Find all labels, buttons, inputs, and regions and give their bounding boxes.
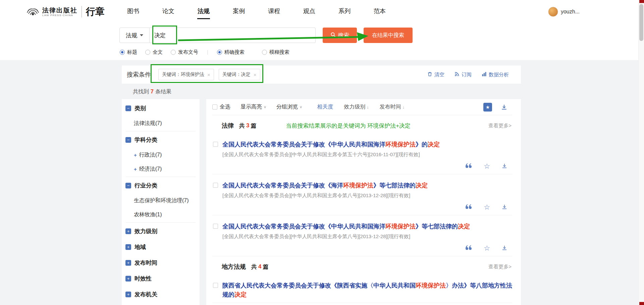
search-in-results-button[interactable]: 在结果中搜索 <box>364 28 413 43</box>
nav-item-series[interactable]: 系列 <box>338 4 351 19</box>
page-scrollbar[interactable] <box>638 0 644 305</box>
result-checkbox[interactable] <box>213 224 218 229</box>
press-name-block: 法律出版社 LAW PRESS·CHINA <box>42 7 77 17</box>
download-icon[interactable] <box>501 204 507 210</box>
nav-item-templates[interactable]: 范本 <box>373 4 386 19</box>
filter-group-issuing-authority[interactable]: 发布机关 <box>122 287 200 302</box>
group-browse-dropdown[interactable]: 分组浏览 <box>276 103 302 111</box>
filter-group-region[interactable]: 地域 <box>122 239 200 255</box>
filter-item-laws[interactable]: 法律法规(7) <box>122 116 200 130</box>
nav-item-regulations[interactable]: 法规 <box>197 4 210 19</box>
result-title-link[interactable]: 全国人民代表大会常务委员会关于修改《中华人民共和国海洋环境保护法》等七部法律的决… <box>222 222 512 231</box>
select-all-checkbox[interactable] <box>212 104 217 110</box>
filter-sidebar: 类别 法律法规(7) 学科分类 行政法(7) 经济法(7) <box>122 99 200 305</box>
radio-title-label[interactable]: 标题 <box>127 49 137 55</box>
search-scope-select[interactable]: 法规 <box>119 28 150 43</box>
view-more-link[interactable]: 查看更多> <box>488 123 512 129</box>
radio-exact-label[interactable]: 精确搜索 <box>224 49 245 55</box>
filter-group-effect-level[interactable]: 效力级别 <box>122 223 200 239</box>
filter-group-publish-date[interactable]: 发布时间 <box>122 255 200 271</box>
sidebar-divider <box>126 222 196 223</box>
expand-icon[interactable] <box>125 244 131 250</box>
expand-icon[interactable] <box>134 152 137 158</box>
search-input[interactable] <box>150 28 316 43</box>
nav-item-cases[interactable]: 案例 <box>232 4 245 19</box>
nav-item-papers[interactable]: 论文 <box>162 4 175 19</box>
brand-logo[interactable]: 法律出版社 LAW PRESS·CHINA 行章 <box>26 5 105 18</box>
scrollbar-thumb[interactable] <box>639 4 643 41</box>
result-title-link[interactable]: 全国人民代表大会常务委员会关于修改《海洋环境保护法》等七部法律的决定 <box>222 181 512 190</box>
view-more-link[interactable]: 查看更多> <box>488 264 512 270</box>
collect-button[interactable] <box>483 103 492 112</box>
user-menu[interactable]: youzh... <box>548 7 580 17</box>
radio-exact[interactable] <box>217 50 222 55</box>
avatar[interactable] <box>548 7 558 17</box>
sort-relevance[interactable]: 相关度 <box>317 103 333 111</box>
sidebar-divider <box>126 131 196 131</box>
quote-icon[interactable] <box>465 163 472 169</box>
results-panel: 全选 显示高亮 分组浏览 相关度 效力级别 <box>206 99 521 305</box>
radio-fulltext-label[interactable]: 全文 <box>153 49 163 55</box>
data-analysis-button[interactable]: 数据分析 <box>482 72 509 78</box>
filter-group-subject[interactable]: 学科分类 <box>122 132 200 148</box>
select-all-label[interactable]: 全选 <box>220 103 230 111</box>
nav-item-books[interactable]: 图书 <box>127 4 140 19</box>
radio-docnumber-label[interactable]: 发布文号 <box>178 49 198 55</box>
result-meta: [全国人民代表大会常务委员会][中华人民共和国主席令第八号][2013-12-2… <box>222 233 512 240</box>
sort-publish-date[interactable]: 发布时间 <box>380 103 405 111</box>
subscribe-button[interactable]: 订阅 <box>454 72 472 78</box>
radio-fuzzy[interactable] <box>262 50 267 55</box>
product-name: 行章 <box>86 5 105 18</box>
filter-item-ecology[interactable]: 生态保护和环境治理(7) <box>122 193 200 208</box>
rss-icon <box>454 72 460 78</box>
nav-item-views[interactable]: 观点 <box>303 4 316 19</box>
search-button[interactable]: 搜索 <box>323 28 357 43</box>
filter-item-admin-law[interactable]: 行政法(7) <box>122 148 200 162</box>
conditions-actions: 清空 订阅 数据分析 <box>427 72 509 78</box>
expand-icon[interactable] <box>125 292 131 297</box>
press-name-cn: 法律出版社 <box>42 7 77 14</box>
result-title-link[interactable]: 陕西省人民代表大会常务委员会关于修改《陕西省实施〈中华人民共和国环境保护法〉办法… <box>222 281 512 299</box>
expand-icon[interactable] <box>125 276 131 281</box>
sort-effect-level[interactable]: 效力级别 <box>344 103 369 111</box>
condition-tag-decision: 关键词：决定 <box>219 69 260 80</box>
download-icon[interactable] <box>501 163 507 169</box>
radio-docnumber[interactable] <box>171 50 176 55</box>
collapse-icon[interactable] <box>125 105 131 111</box>
filter-group-timeliness[interactable]: 时效性 <box>122 271 200 287</box>
press-name-en: LAW PRESS·CHINA <box>42 14 77 17</box>
favorite-icon[interactable] <box>484 204 490 211</box>
radio-fulltext[interactable] <box>145 50 150 55</box>
nav-item-courses[interactable]: 课程 <box>268 4 280 19</box>
quote-icon[interactable] <box>465 245 472 251</box>
result-checkbox[interactable] <box>213 283 218 288</box>
filter-item-agriculture[interactable]: 农林牧渔(1) <box>122 208 200 222</box>
section-header-law: 法律 共 3 篇 当前搜索结果展示的是关键词为 环境保护法+决定 查看更多> <box>212 118 512 133</box>
filter-item-economic-law[interactable]: 经济法(7) <box>122 162 200 176</box>
favorite-icon[interactable] <box>484 245 490 252</box>
expand-icon[interactable] <box>125 228 131 234</box>
expand-icon[interactable] <box>125 260 131 266</box>
filter-group-category[interactable]: 类别 <box>122 100 200 116</box>
close-icon[interactable] <box>207 72 210 77</box>
result-title-link[interactable]: 全国人民代表大会常务委员会关于修改《中华人民共和国海洋环境保护法》的决定 <box>222 140 512 149</box>
highlight-dropdown[interactable]: 显示高亮 <box>240 103 266 111</box>
favorite-icon[interactable] <box>484 163 490 170</box>
chevron-down-icon <box>264 105 266 109</box>
quote-icon[interactable] <box>465 204 472 210</box>
result-checkbox[interactable] <box>213 183 218 188</box>
download-all-button[interactable] <box>501 104 507 111</box>
result-checkbox[interactable] <box>213 142 218 147</box>
annotation-note: 当前搜索结果展示的是关键词为 环境保护法+决定 <box>286 122 411 130</box>
clear-conditions-button[interactable]: 清空 <box>427 72 444 78</box>
collapse-icon[interactable] <box>125 183 131 188</box>
scrollbar-bottom-marker <box>639 302 644 305</box>
radio-title[interactable] <box>120 50 125 55</box>
download-icon[interactable] <box>501 245 507 251</box>
expand-icon[interactable] <box>134 166 137 172</box>
close-icon[interactable] <box>254 72 257 77</box>
filter-group-industry[interactable]: 行业分类 <box>122 178 200 193</box>
collapse-icon[interactable] <box>125 137 131 143</box>
radio-fuzzy-label[interactable]: 模糊搜索 <box>269 49 289 55</box>
main-nav: 图书 论文 法规 案例 课程 观点 系列 范本 <box>127 0 386 24</box>
